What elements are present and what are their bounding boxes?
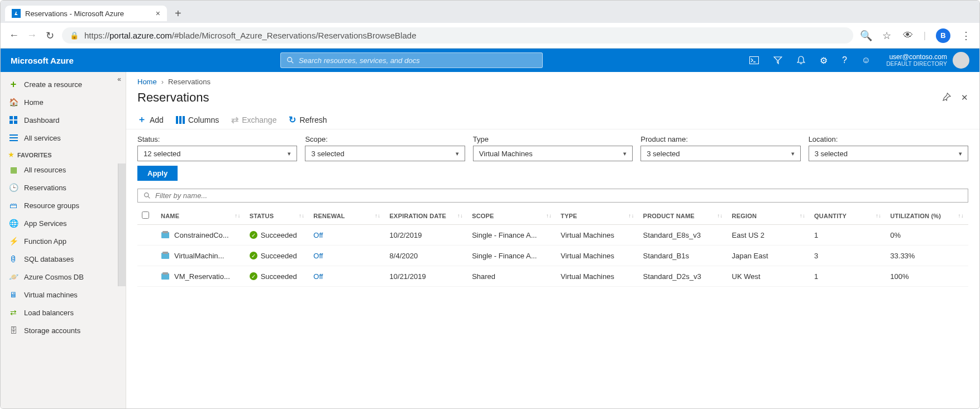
feedback-icon[interactable]: ☺ (862, 55, 871, 65)
menu-icon[interactable]: ⋮ (960, 30, 972, 42)
col-qty[interactable]: QUANTITY↑↓ (810, 207, 886, 225)
filter-product-select[interactable]: 3 selected ▾ (640, 146, 800, 161)
sidebar-item-sql-databases[interactable]: 🛢 SQL databases (1, 250, 126, 268)
account-directory: DEFAULT DIRECTORY (886, 61, 947, 67)
sidebar-item-home[interactable]: 🏠 Home (1, 93, 126, 111)
cell-exp: 8/4/2020 (385, 246, 468, 266)
reload-button[interactable]: ↻ (44, 30, 55, 42)
cell-name: VirtualMachin... (174, 252, 224, 260)
col-status[interactable]: STATUS↑↓ (245, 207, 309, 225)
apply-button[interactable]: Apply (137, 166, 178, 181)
cell-renewal[interactable]: Off (313, 272, 323, 281)
page-actions: ✕ (943, 93, 968, 103)
sidebar-item-all-resources[interactable]: ▦ All resources (1, 161, 126, 179)
storage-icon: 🗄 (8, 325, 18, 335)
cell-scope: Shared (467, 266, 556, 287)
col-util[interactable]: UTILIZATION (%)↑↓ (886, 207, 968, 225)
divider: | (924, 31, 926, 41)
sidebar-item-function-app[interactable]: ⚡ Function App (1, 232, 126, 250)
name-filter-input[interactable] (155, 191, 962, 200)
sidebar-item-virtual-machines[interactable]: 🖥 Virtual machines (1, 286, 126, 304)
sidebar-item-all-services[interactable]: All services (1, 129, 126, 147)
add-button[interactable]: ＋ Add (137, 114, 164, 126)
favorites-label: FAVORITES (17, 152, 52, 158)
refresh-button[interactable]: ↻ Refresh (289, 114, 327, 125)
back-button[interactable]: ← (8, 30, 20, 41)
col-exp[interactable]: EXPIRATION DATE↑↓ (385, 207, 468, 225)
cloud-shell-icon[interactable] (749, 56, 759, 64)
filter-icon[interactable] (773, 56, 782, 65)
sidebar-item-label: Storage accounts (24, 326, 80, 335)
browser-tab[interactable]: Reservations - Microsoft Azure × (5, 6, 167, 21)
col-product[interactable]: PRODUCT NAME↑↓ (639, 207, 728, 225)
filter-label: Location: (809, 135, 968, 143)
azure-search[interactable] (280, 52, 543, 68)
new-tab-button[interactable]: + (169, 7, 187, 20)
profile-button[interactable]: B (936, 28, 950, 43)
svg-rect-13 (183, 116, 185, 124)
sort-icon: ↑↓ (235, 213, 240, 219)
col-name[interactable]: NAME↑↓ (156, 207, 245, 225)
filter-type-select[interactable]: Virtual Machines ▾ (473, 146, 633, 161)
pin-icon[interactable] (943, 93, 951, 103)
page-header: Reservations ✕ (126, 89, 979, 110)
sidebar-item-app-services[interactable]: 🌐 App Services (1, 214, 126, 232)
col-region[interactable]: REGION↑↓ (728, 207, 810, 225)
breadcrumb-home[interactable]: Home (137, 78, 157, 86)
filter-location-select[interactable]: 3 selected ▾ (809, 146, 968, 161)
cell-util: 100% (886, 266, 968, 287)
sidebar-item-create-resource[interactable]: + Create a resource (1, 75, 126, 93)
azure-logo[interactable]: Microsoft Azure (11, 56, 74, 65)
account-control[interactable]: user@contoso.com DEFAULT DIRECTORY (886, 52, 969, 69)
col-scope[interactable]: SCOPE↑↓ (467, 207, 556, 225)
filter-scope-select[interactable]: 3 selected ▾ (305, 146, 465, 161)
filter-status-select[interactable]: 12 selected ▾ (137, 146, 297, 161)
sidebar-favorites-header: ★ FAVORITES (1, 147, 126, 161)
star-icon[interactable]: ☆ (881, 30, 892, 42)
columns-button[interactable]: Columns (176, 116, 219, 124)
search-input[interactable] (299, 56, 537, 65)
select-all-checkbox[interactable] (142, 211, 149, 219)
resource-groups-icon: 🗃 (8, 200, 18, 210)
sidebar-item-storage-accounts[interactable]: 🗄 Storage accounts (1, 321, 126, 339)
sidebar-item-load-balancers[interactable]: ⇄ Load balancers (1, 304, 126, 321)
sidebar-scrollbar[interactable] (118, 163, 126, 286)
col-type[interactable]: TYPE↑↓ (556, 207, 639, 225)
table-row[interactable]: VM_Reservatio... ✓Succeeded Off 10/21/20… (137, 266, 968, 287)
sidebar-item-dashboard[interactable]: Dashboard (1, 111, 126, 129)
sort-icon: ↑↓ (717, 213, 723, 219)
table-row[interactable]: VirtualMachin... ✓Succeeded Off 8/4/2020… (137, 246, 968, 266)
table-row[interactable]: ConstrainedCo... ✓Succeeded Off 10/2/201… (137, 225, 968, 246)
sort-icon: ↑↓ (546, 213, 552, 219)
notifications-icon[interactable] (797, 56, 805, 65)
collapse-sidebar-icon[interactable]: « (117, 75, 121, 83)
sidebar-item-label: All services (24, 134, 61, 142)
sidebar-item-reservations[interactable]: 🕒 Reservations (1, 179, 126, 196)
list-icon (8, 133, 18, 143)
col-renewal[interactable]: RENEWAL↑↓ (309, 207, 385, 225)
settings-icon[interactable]: ⚙ (820, 55, 828, 66)
zoom-icon[interactable]: 🔍 (860, 30, 871, 42)
sidebar-item-cosmos-db[interactable]: 🪐 Azure Cosmos DB (1, 268, 126, 286)
chevron-right-icon: › (161, 78, 164, 86)
cell-renewal[interactable]: Off (313, 252, 323, 260)
address-bar[interactable]: 🔒 https://portal.azure.com/#blade/Micros… (62, 27, 853, 44)
tab-bar: Reservations - Microsoft Azure × + (1, 1, 979, 23)
sidebar-item-resource-groups[interactable]: 🗃 Resource groups (1, 196, 126, 214)
close-blade-icon[interactable]: ✕ (961, 93, 968, 103)
sidebar-item-label: Azure Cosmos DB (24, 273, 84, 281)
select-value: 12 selected (144, 150, 181, 158)
cell-renewal[interactable]: Off (313, 231, 323, 239)
help-icon[interactable]: ? (842, 55, 847, 65)
select-value: 3 selected (815, 150, 848, 158)
cmd-label: Add (150, 116, 164, 124)
forward-button[interactable]: → (26, 30, 37, 41)
eye-icon[interactable]: 👁 (902, 30, 914, 41)
cell-status: Succeeded (261, 272, 297, 281)
close-icon[interactable]: × (156, 9, 160, 18)
filter-product: Product name: 3 selected ▾ (640, 135, 800, 161)
cell-product: Standard_E8s_v3 (639, 225, 728, 246)
cell-product: Standard_B1s (639, 246, 728, 266)
cell-name: VM_Reservatio... (174, 272, 230, 281)
name-filter[interactable] (137, 189, 968, 203)
